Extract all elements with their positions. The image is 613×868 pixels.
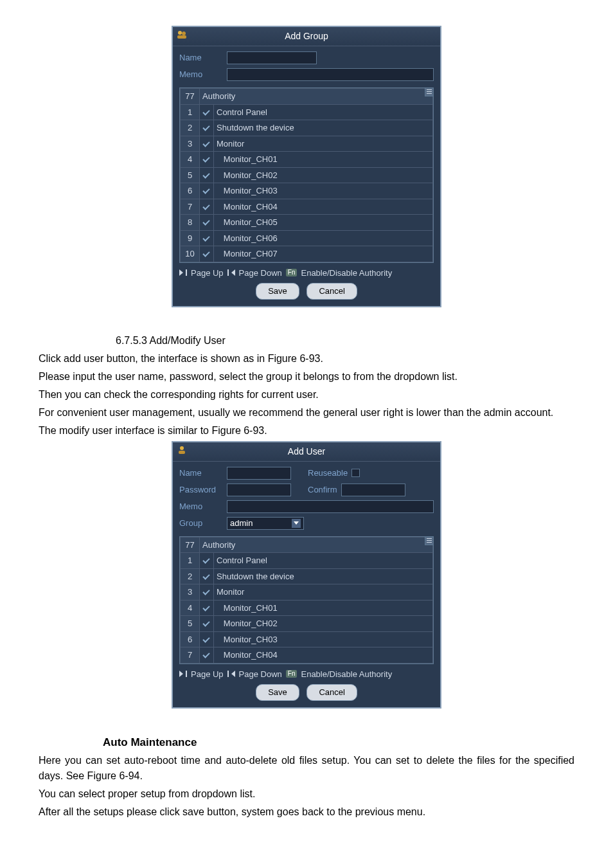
fn-badge: Fn (286, 670, 298, 678)
memo-input[interactable] (227, 68, 434, 81)
paragraph: Then you can check the corresponding rig… (39, 387, 574, 402)
row-number: 10 (181, 246, 200, 262)
row-number: 5 (181, 167, 200, 183)
row-number: 3 (181, 136, 200, 152)
authority-table: 77 Authority 1Control Panel2Shutdown the… (180, 537, 433, 664)
table-row[interactable]: 10 Monitor_CH07 (181, 246, 433, 262)
row-checkbox[interactable] (200, 584, 214, 601)
scrollbar-top-icon[interactable] (425, 87, 434, 96)
row-checkbox[interactable] (200, 568, 214, 584)
check-icon (202, 123, 210, 131)
row-checkbox[interactable] (200, 600, 214, 616)
check-icon (202, 249, 210, 257)
authority-label: Monitor_CH04 (214, 647, 433, 664)
row-checkbox[interactable] (200, 631, 214, 647)
check-icon (202, 170, 210, 178)
memo-input[interactable] (227, 500, 434, 513)
row-number: 5 (181, 616, 200, 632)
add-user-dialog: Add User Name Reuseable Password Confirm… (172, 441, 441, 709)
row-checkbox[interactable] (200, 183, 214, 199)
row-number: 8 (181, 215, 200, 231)
authority-label: Monitor_CH05 (214, 215, 433, 231)
reuseable-label: Reuseable (308, 467, 348, 480)
page-up-icon[interactable] (179, 269, 187, 276)
row-checkbox[interactable] (200, 104, 214, 120)
table-row[interactable]: 7 Monitor_CH04 (181, 647, 433, 664)
dialog-title: Add User (288, 446, 325, 457)
table-row[interactable]: 9 Monitor_CH06 (181, 230, 433, 246)
check-icon (202, 556, 210, 563)
table-row[interactable]: 3Monitor (181, 136, 433, 152)
paragraph: Click add user button, the interface is … (39, 351, 574, 366)
row-checkbox[interactable] (200, 553, 214, 569)
table-row[interactable]: 4 Monitor_CH01 (181, 152, 433, 168)
scrollbar-top-icon[interactable] (425, 536, 434, 545)
row-checkbox[interactable] (200, 647, 214, 664)
page-up-icon[interactable] (179, 671, 187, 677)
row-checkbox[interactable] (200, 136, 214, 152)
paragraph: Here you can set auto-reboot time and au… (39, 753, 574, 784)
paragraph: For convenient user management, usually … (39, 405, 574, 420)
cancel-button[interactable]: Cancel (306, 684, 357, 701)
row-checkbox[interactable] (200, 120, 214, 136)
auto-maintenance-heading: Auto Maintenance (103, 734, 574, 751)
check-icon (202, 619, 210, 626)
table-row[interactable]: 2Shutdown the device (181, 568, 433, 584)
page-down-icon[interactable] (227, 671, 235, 677)
check-icon (202, 572, 210, 579)
paragraph: After all the setups please click save b… (39, 804, 574, 820)
reuseable-checkbox[interactable] (351, 469, 360, 477)
table-row[interactable]: 1Control Panel (181, 553, 433, 569)
save-button[interactable]: Save (256, 684, 299, 701)
check-icon (202, 217, 210, 225)
button-row: Save Cancel (173, 684, 440, 701)
cancel-button[interactable]: Cancel (306, 283, 357, 300)
table-row[interactable]: 2Shutdown the device (181, 120, 433, 136)
table-row[interactable]: 5 Monitor_CH02 (181, 167, 433, 183)
table-row[interactable]: 8 Monitor_CH05 (181, 215, 433, 231)
confirm-input[interactable] (341, 484, 405, 496)
row-number: 4 (181, 152, 200, 168)
row-checkbox[interactable] (200, 199, 214, 215)
name-input[interactable] (227, 467, 291, 480)
table-row[interactable]: 6 Monitor_CH03 (181, 183, 433, 199)
row-checkbox[interactable] (200, 215, 214, 231)
password-label: Password (179, 484, 223, 496)
save-button[interactable]: Save (256, 283, 299, 300)
row-number: 1 (181, 104, 200, 120)
memo-label: Memo (179, 500, 223, 513)
row-checkbox[interactable] (200, 167, 214, 183)
password-input[interactable] (227, 484, 291, 496)
group-label: Group (179, 517, 223, 530)
svg-rect-2 (177, 35, 186, 39)
row-checkbox[interactable] (200, 152, 214, 168)
table-row[interactable]: 5 Monitor_CH02 (181, 616, 433, 632)
row-number: 2 (181, 568, 200, 584)
check-icon (202, 186, 210, 194)
count-header: 77 (181, 89, 200, 105)
authority-header: Authority (200, 89, 433, 105)
paragraph: Please input the user name, password, se… (39, 369, 574, 384)
group-select[interactable]: admin (227, 517, 304, 530)
row-number: 1 (181, 553, 200, 569)
row-checkbox[interactable] (200, 616, 214, 632)
table-row[interactable]: 6 Monitor_CH03 (181, 631, 433, 647)
dialog-title: Add Group (285, 31, 328, 41)
row-checkbox[interactable] (200, 230, 214, 246)
form-area: Name Reuseable Password Confirm Memo Gro… (173, 462, 440, 536)
table-row[interactable]: 3Monitor (181, 584, 433, 601)
user-icon (177, 445, 187, 455)
enable-disable-label: Enable/Disable Authority (301, 267, 392, 280)
row-checkbox[interactable] (200, 246, 214, 262)
paging-hint: Page Up Page Down Fn Enable/Disable Auth… (179, 668, 434, 681)
row-number: 9 (181, 230, 200, 246)
check-icon (202, 139, 210, 147)
table-row[interactable]: 1Control Panel (181, 104, 433, 120)
table-row[interactable]: 4 Monitor_CH01 (181, 600, 433, 616)
authority-table-wrap: 77 Authority 1Control Panel2Shutdown the… (179, 87, 434, 263)
name-input[interactable] (227, 51, 317, 64)
table-row[interactable]: 7 Monitor_CH04 (181, 199, 433, 215)
page-down-label: Page Down (239, 267, 282, 280)
page-down-icon[interactable] (227, 269, 235, 276)
group-icon (177, 30, 187, 40)
